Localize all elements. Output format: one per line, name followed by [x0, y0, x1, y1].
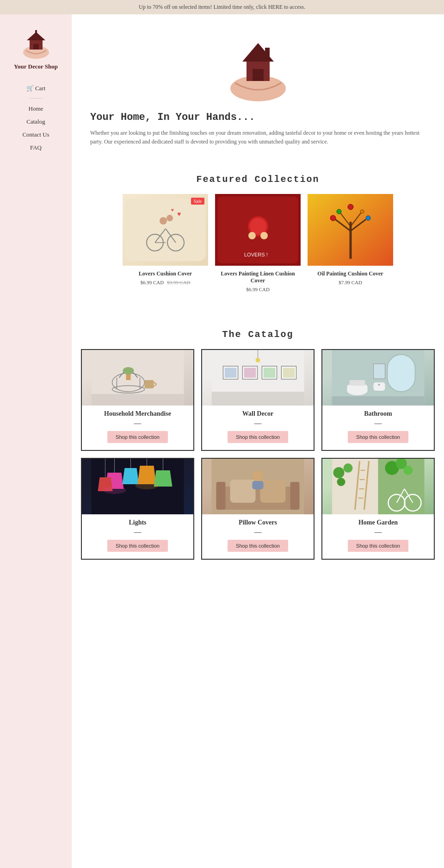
svg-point-16 — [160, 217, 167, 225]
catalog-title: The Catalog — [81, 329, 435, 340]
svg-point-79 — [103, 487, 126, 494]
hero-title: Your Home, In Your Hands... — [90, 112, 255, 123]
catalog-name-homegarden: Home Garden — [322, 519, 434, 526]
svg-rect-57 — [283, 368, 295, 378]
svg-point-106 — [404, 466, 413, 475]
product-price-1: $6.99 CAD $9.99 CAD — [123, 280, 208, 285]
svg-point-24 — [248, 232, 256, 239]
svg-point-49 — [256, 358, 260, 362]
logo-icon — [18, 24, 55, 61]
catalog-img-household — [82, 350, 193, 406]
svg-rect-67 — [332, 396, 425, 406]
hero-section: Your Home, In Your Hands... Whether you … — [72, 14, 444, 156]
catalog-card-pillows: Pillow Covers — Shop this collection — [201, 458, 314, 560]
svg-rect-55 — [244, 368, 256, 378]
svg-rect-46 — [92, 394, 184, 406]
main-content: Your Home, In Your Hands... Whether you … — [72, 14, 444, 868]
nav-catalog[interactable]: Catalog — [26, 118, 45, 125]
product-name-3: Oil Painting Cushion Cover — [308, 270, 393, 277]
svg-rect-7 — [253, 69, 264, 81]
banner-text: Up to 70% off on selected items! Limited… — [139, 4, 305, 10]
catalog-name-bathroom: Bathroom — [322, 410, 434, 418]
catalog-name-lights: Lights — [82, 519, 193, 526]
nav-home[interactable]: Home — [29, 105, 43, 112]
svg-text:LOVERS !: LOVERS ! — [244, 252, 268, 257]
svg-rect-3 — [33, 44, 39, 50]
catalog-card-household: Household Merchandise — Shop this collec… — [81, 349, 194, 451]
catalog-dash-4: — — [202, 528, 314, 536]
svg-rect-10 — [125, 199, 206, 261]
product-image-3 — [308, 194, 393, 266]
svg-rect-63 — [350, 380, 365, 386]
svg-point-37 — [348, 204, 353, 210]
svg-marker-74 — [138, 466, 156, 484]
sidebar: Your Decor Shop 🛒 Cart Home Catalog Cont… — [0, 14, 72, 868]
product-price-2: $6.99 CAD — [215, 287, 301, 292]
svg-rect-9 — [265, 48, 270, 57]
hero-description: Whether you are looking to put the finis… — [90, 129, 426, 146]
shop-btn-homegarden[interactable]: Shop this collection — [348, 540, 408, 552]
hero-logo — [221, 28, 295, 102]
svg-point-17 — [166, 215, 173, 221]
svg-point-44 — [123, 367, 134, 375]
product-name-2: Lovers Painting Linen Cushion Cover — [215, 270, 301, 284]
shop-btn-household[interactable]: Shop this collection — [107, 431, 168, 443]
svg-point-101 — [333, 467, 345, 478]
product-card[interactable]: ♥ ♥ Sale Lovers Cushion Cover $6.99 CAD … — [123, 194, 208, 292]
catalog-card-homegarden: Home Garden — Shop this collection — [321, 458, 435, 560]
product-price-3: $7.99 CAD — [308, 280, 393, 285]
product-card-2[interactable]: LOVERS ! Lovers Painting Linen Cushion C… — [215, 194, 301, 292]
featured-grid: ♥ ♥ Sale Lovers Cushion Cover $6.99 CAD … — [72, 194, 444, 306]
nav-contact[interactable]: Contact Us — [22, 131, 49, 138]
svg-rect-56 — [264, 368, 276, 378]
catalog-dash-3: — — [82, 528, 193, 536]
svg-rect-85 — [230, 480, 256, 503]
product-image-1: ♥ ♥ Sale — [123, 194, 208, 266]
svg-text:♥: ♥ — [177, 211, 181, 218]
catalog-img-lights — [82, 459, 193, 514]
catalog-img-homegarden — [322, 459, 434, 514]
svg-point-80 — [136, 482, 159, 489]
catalog-dash-2: — — [322, 419, 434, 427]
svg-point-87 — [253, 471, 264, 482]
shop-btn-walldecor[interactable]: Shop this collection — [228, 431, 288, 443]
shop-btn-lights[interactable]: Shop this collection — [107, 540, 168, 552]
catalog-dash-0: — — [82, 419, 193, 427]
svg-rect-45 — [145, 380, 154, 388]
shop-btn-bathroom[interactable]: Shop this collection — [348, 431, 408, 443]
shop-name: Your Decor Shop — [14, 63, 58, 71]
cart-link[interactable]: 🛒 Cart — [26, 85, 46, 92]
svg-point-25 — [260, 232, 268, 239]
catalog-name-pillows: Pillow Covers — [202, 519, 314, 526]
catalog-img-bathroom — [322, 350, 434, 406]
svg-point-102 — [344, 463, 353, 473]
svg-rect-88 — [253, 481, 264, 489]
product-image-2: LOVERS ! — [215, 194, 301, 266]
catalog-dash-1: — — [202, 419, 314, 427]
svg-point-33 — [330, 215, 336, 221]
catalog-card-walldecor: Wall Decor — Shop this collection — [201, 349, 314, 451]
catalog-card-bathroom: Bathroom — Shop this collection — [321, 349, 435, 451]
nav-faq[interactable]: FAQ — [30, 144, 42, 151]
svg-point-65 — [378, 384, 380, 386]
svg-rect-83 — [216, 482, 226, 510]
logo-area: Your Decor Shop — [14, 24, 58, 71]
catalog-dash-5: — — [322, 528, 434, 536]
svg-point-103 — [337, 478, 345, 486]
product-card-3[interactable]: Oil Painting Cushion Cover $7.99 CAD — [308, 194, 393, 292]
catalog-img-pillows — [202, 459, 314, 514]
svg-point-36 — [360, 210, 364, 213]
shop-btn-pillows[interactable]: Shop this collection — [228, 540, 288, 552]
svg-text:♥: ♥ — [171, 207, 174, 212]
svg-marker-1 — [27, 32, 45, 40]
top-banner[interactable]: Up to 70% off on selected items! Limited… — [0, 0, 444, 14]
catalog-img-walldecor — [202, 350, 314, 406]
svg-marker-72 — [123, 468, 139, 484]
catalog-section: The Catalog — [72, 306, 444, 578]
svg-point-35 — [337, 209, 341, 214]
svg-rect-60 — [388, 355, 415, 392]
svg-rect-86 — [260, 480, 286, 503]
svg-rect-64 — [374, 382, 385, 391]
catalog-grid: Household Merchandise — Shop this collec… — [81, 349, 435, 560]
product-name-1: Lovers Cushion Cover — [123, 270, 208, 277]
